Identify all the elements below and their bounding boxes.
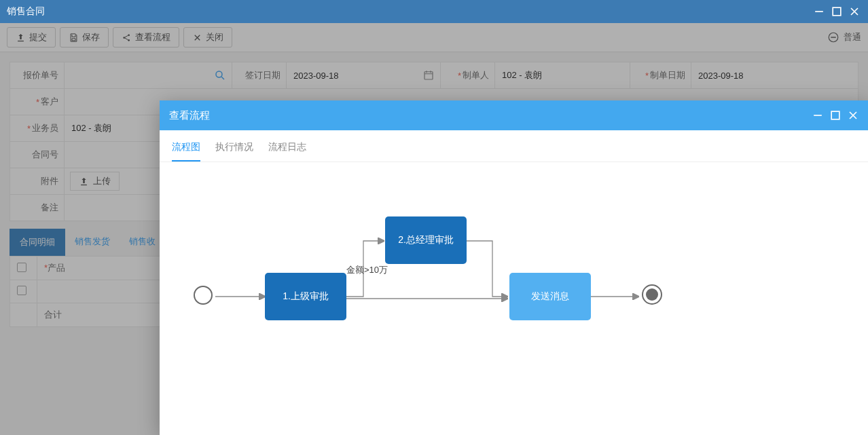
flow-node-2-label: 2.总经理审批: [398, 234, 454, 246]
close-icon[interactable]: [848, 5, 861, 18]
app-titlebar: 销售合同: [0, 0, 868, 23]
flow-node-gm-approval[interactable]: 2.总经理审批: [385, 216, 467, 264]
modal-title: 查看流程: [169, 109, 807, 122]
modal-maximize-icon[interactable]: [829, 109, 842, 122]
view-process-modal: 查看流程 流程图 执行情况 流程日志: [160, 100, 868, 435]
flow-diagram: 1.上级审批 2.总经理审批 金额>10万 发送消息: [160, 162, 868, 435]
maximize-icon[interactable]: [830, 5, 844, 18]
flow-node-send-message[interactable]: 发送消息: [509, 273, 591, 320]
minimize-icon[interactable]: [812, 5, 826, 18]
modal-tab-strip: 流程图 执行情况 流程日志: [160, 130, 868, 162]
flow-start-node: [194, 286, 213, 305]
modal-close-icon[interactable]: [846, 109, 860, 122]
tab-execution[interactable]: 执行情况: [215, 137, 253, 162]
flow-node-3-label: 发送消息: [531, 290, 569, 303]
flow-condition-label: 金额>10万: [346, 264, 388, 276]
modal-titlebar: 查看流程: [160, 100, 868, 130]
modal-minimize-icon[interactable]: [811, 109, 825, 122]
svg-rect-10: [831, 111, 839, 119]
tab-flow-log[interactable]: 流程日志: [268, 137, 306, 162]
flow-node-1-label: 1.上级审批: [283, 290, 329, 303]
svg-rect-0: [833, 7, 841, 16]
flow-node-supervisor-approval[interactable]: 1.上级审批: [265, 273, 346, 320]
tab-flow-diagram[interactable]: 流程图: [172, 137, 200, 162]
app-title: 销售合同: [7, 5, 808, 18]
flow-end-node: [642, 284, 662, 305]
